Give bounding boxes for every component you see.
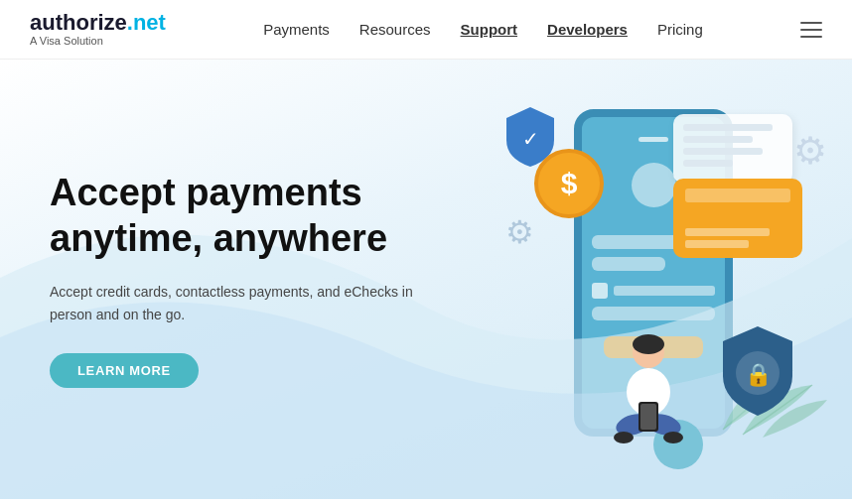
nav-payments[interactable]: Payments (263, 21, 330, 38)
nav-resources[interactable]: Resources (359, 21, 431, 38)
logo-sub: A Visa Solution (30, 36, 166, 47)
nav-support[interactable]: Support (461, 21, 518, 38)
hero-subtitle: Accept credit cards, contactless payment… (50, 281, 417, 325)
nav-developers[interactable]: Developers (547, 21, 628, 38)
svg-point-4 (633, 334, 664, 354)
svg-point-8 (614, 432, 634, 443)
dollar-coin-decoration: $ (534, 149, 604, 218)
svg-text:✓: ✓ (522, 128, 539, 150)
main-nav: Payments Resources Support Developers Pr… (263, 21, 703, 38)
nav-pricing[interactable]: Pricing (657, 21, 703, 38)
logo: authorize.net A Visa Solution (30, 12, 166, 47)
shield-bottom-right-icon: 🔒 (713, 321, 802, 425)
hero-content: Accept payments anytime, anywhere Accept… (0, 171, 417, 388)
hamburger-menu[interactable] (800, 22, 822, 38)
credit-card-decoration (673, 179, 802, 258)
gear-small-icon: ⚙ (505, 213, 534, 251)
person-illustration (599, 330, 698, 459)
svg-text:🔒: 🔒 (745, 361, 773, 388)
learn-more-button[interactable]: LEARN MORE (50, 353, 199, 388)
svg-rect-11 (640, 404, 656, 430)
logo-text: authorize.net (30, 12, 166, 34)
gear-large-icon: ⚙ (793, 129, 827, 173)
svg-point-9 (663, 432, 683, 443)
hero-section: Accept payments anytime, anywhere Accept… (0, 60, 852, 499)
site-header: authorize.net A Visa Solution Payments R… (0, 0, 852, 60)
chat-bubble-decoration (673, 114, 792, 184)
hero-title: Accept payments anytime, anywhere (50, 171, 417, 261)
